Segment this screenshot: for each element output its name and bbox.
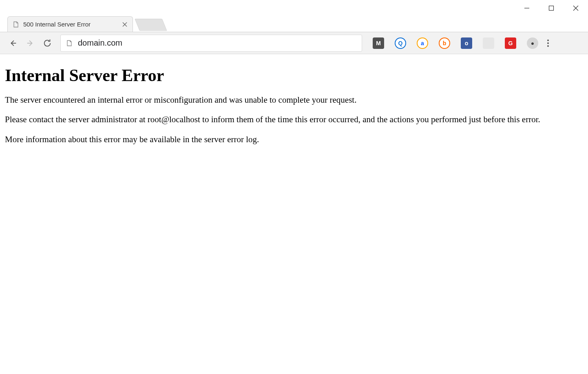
browser-tab[interactable]: 500 Internal Server Error <box>7 16 133 32</box>
tab-close-button[interactable] <box>122 22 128 27</box>
window-close-button[interactable] <box>564 0 588 16</box>
page-favicon-icon <box>13 21 19 28</box>
forward-button[interactable] <box>23 36 38 51</box>
tab-bar: 500 Internal Server Error <box>0 16 588 32</box>
browser-toolbar: domain.com MQaboG● <box>0 32 588 54</box>
error-paragraph-3: More information about this error may be… <box>5 134 583 145</box>
orange-b-extension-icon[interactable]: b <box>439 37 450 49</box>
tab-title: 500 Internal Server Error <box>23 21 118 28</box>
error-paragraph-2: Please contact the server administrator … <box>5 114 583 125</box>
extensions-area: MQaboG● <box>373 37 538 49</box>
svg-rect-1 <box>549 6 554 11</box>
gmail-m-extension-icon[interactable]: M <box>373 37 384 49</box>
reload-button[interactable] <box>40 36 55 51</box>
window-maximize-button[interactable] <box>539 0 564 16</box>
error-heading: Internal Server Error <box>5 66 583 85</box>
dark-circle-extension-icon[interactable]: ● <box>527 37 538 49</box>
address-bar[interactable]: domain.com <box>60 35 362 52</box>
video-extension-icon[interactable]: o <box>461 37 472 49</box>
address-bar-url: domain.com <box>78 38 357 48</box>
error-paragraph-1: The server encountered an internal error… <box>5 94 583 106</box>
page-content: Internal Server Error The server encount… <box>0 54 588 158</box>
bag-extension-icon[interactable] <box>483 37 494 49</box>
a-circle-extension-icon[interactable]: a <box>417 37 428 49</box>
window-controls <box>0 0 588 16</box>
grammarly-extension-icon[interactable]: G <box>505 37 516 49</box>
window-minimize-button[interactable] <box>515 0 539 16</box>
site-info-icon[interactable] <box>66 40 73 47</box>
back-button[interactable] <box>6 36 20 51</box>
chrome-menu-button[interactable] <box>541 40 555 47</box>
blue-circle-extension-icon[interactable]: Q <box>395 37 406 49</box>
new-tab-button[interactable] <box>135 19 167 31</box>
